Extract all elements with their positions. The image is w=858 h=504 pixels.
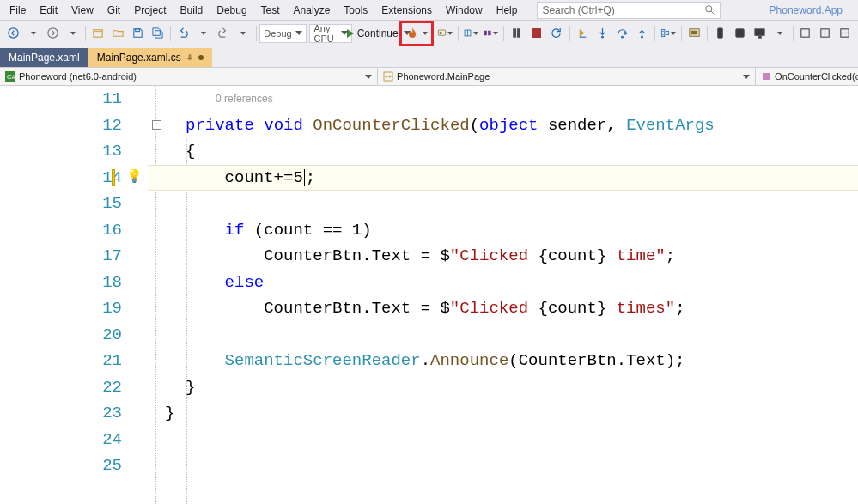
nav-back-chevron[interactable]: [23, 23, 42, 44]
device-chevron[interactable]: [770, 23, 789, 44]
continue-button[interactable]: Continue: [359, 23, 398, 44]
breadcrumb-namespace-label: Phoneword.MainPage: [397, 71, 490, 82]
show-next-statement-button[interactable]: [573, 23, 592, 44]
breadcrumb-namespace[interactable]: Phoneword.MainPage: [378, 68, 756, 85]
menu-debug[interactable]: Debug: [210, 2, 253, 19]
menu-build[interactable]: Build: [174, 2, 210, 19]
layout-split-v-button[interactable]: [836, 23, 855, 44]
code-line[interactable]: CounterBtn.Text = $"Clicked {count} time…: [186, 295, 858, 322]
chevron-down-icon: [365, 75, 372, 79]
code-line[interactable]: [186, 427, 858, 453]
search-placeholder: Search (Ctrl+Q): [542, 4, 704, 16]
open-button[interactable]: [108, 23, 127, 44]
nav-back-button[interactable]: [3, 23, 22, 44]
menu-analyze[interactable]: Analyze: [288, 2, 337, 19]
code-line[interactable]: [186, 191, 858, 217]
menu-file[interactable]: File: [3, 2, 32, 19]
lightbulb-icon[interactable]: 💡: [126, 165, 143, 191]
code-line[interactable]: [186, 322, 858, 349]
codelens-references[interactable]: 0 references: [216, 86, 273, 112]
menu-window[interactable]: Window: [440, 2, 489, 19]
line-number: 16: [102, 217, 122, 244]
solution-platform-dropdown[interactable]: Any CPU: [309, 24, 352, 43]
step-out-button[interactable]: [632, 23, 651, 44]
stackframe-button[interactable]: [481, 23, 500, 44]
code-line[interactable]: if (count == 1): [186, 217, 858, 244]
code-line[interactable]: SemanticScreenReader.Announce(CounterBtn…: [186, 348, 858, 374]
code-editor[interactable]: 11 12− 13 14💡 15 16 17 18 19 20 21 22 23…: [0, 86, 858, 504]
svg-rect-24: [801, 29, 809, 37]
solution-config-dropdown[interactable]: Debug: [259, 24, 306, 43]
breadcrumb-member[interactable]: OnCounterClicked(ob: [756, 68, 858, 85]
toolbar: Debug Any CPU Continue: [0, 21, 858, 46]
breadcrumb-project[interactable]: C# Phoneword (net6.0-android): [0, 68, 378, 85]
nav-fwd-chevron[interactable]: [63, 23, 82, 44]
device-tablet-button[interactable]: [731, 23, 750, 44]
process-dropdown-button[interactable]: [435, 23, 454, 44]
breadcrumb-project-label: Phoneword (net6.0-android): [19, 71, 137, 82]
restart-button[interactable]: [547, 23, 566, 44]
redo-button[interactable]: [214, 23, 233, 44]
code-column[interactable]: 0 references private void OnCounterClick…: [148, 86, 858, 504]
stop-icon: [532, 28, 541, 38]
code-line[interactable]: {: [186, 138, 858, 165]
redo-chevron[interactable]: [234, 23, 253, 44]
nav-forward-button[interactable]: [43, 23, 62, 44]
code-line[interactable]: private void OnCounterClicked(object sen…: [186, 112, 858, 139]
layout-split-h-button[interactable]: [816, 23, 835, 44]
line-number: 11: [102, 86, 122, 112]
menu-edit[interactable]: Edit: [33, 2, 64, 19]
line-number: 21: [102, 348, 122, 374]
xaml-live-preview-button[interactable]: [685, 23, 703, 44]
svg-rect-7: [440, 32, 442, 34]
tab-label: MainPage.xaml.cs: [97, 52, 181, 64]
menu-project[interactable]: Project: [128, 2, 172, 19]
device-phone-button[interactable]: [711, 23, 730, 44]
line-number: 20: [102, 322, 122, 349]
code-line[interactable]: [186, 452, 858, 479]
line-number: 18: [102, 270, 122, 296]
hot-reload-highlighted: [399, 21, 434, 46]
layout-single-button[interactable]: [796, 23, 815, 44]
step-over-button[interactable]: [612, 23, 631, 44]
line-number: 22: [102, 374, 122, 401]
search-box[interactable]: Search (Ctrl+Q): [537, 2, 721, 19]
live-visual-tree-button[interactable]: [659, 23, 678, 44]
thread-dropdown-button[interactable]: [461, 23, 480, 44]
undo-chevron[interactable]: [194, 23, 213, 44]
continue-label: Continue: [357, 27, 399, 39]
menu-help[interactable]: Help: [490, 2, 524, 19]
code-line-active[interactable]: count+=5;: [148, 165, 858, 191]
save-button[interactable]: [128, 23, 147, 44]
menu-git[interactable]: Git: [101, 2, 126, 19]
line-number: 15: [102, 191, 122, 217]
code-line[interactable]: }: [186, 374, 858, 401]
tab-mainpage-xaml[interactable]: MainPage.xaml: [0, 48, 88, 67]
undo-button[interactable]: [174, 23, 193, 44]
code-line[interactable]: }: [165, 400, 858, 427]
code-line[interactable]: CounterBtn.Text = $"Clicked {count} time…: [186, 243, 858, 270]
svg-point-31: [389, 76, 392, 78]
menu-tools[interactable]: Tools: [338, 2, 374, 19]
new-project-button[interactable]: [88, 23, 107, 44]
svg-rect-17: [666, 31, 668, 34]
code-line[interactable]: else: [186, 270, 858, 296]
code-line[interactable]: 0 references: [186, 86, 858, 112]
menu-test[interactable]: Test: [255, 2, 286, 19]
search-icon: [704, 4, 715, 15]
break-all-button[interactable]: [508, 23, 526, 44]
class-icon: [383, 71, 393, 82]
menu-extensions[interactable]: Extensions: [375, 2, 438, 19]
stop-debug-button[interactable]: [527, 23, 546, 44]
step-into-button[interactable]: [593, 23, 612, 44]
svg-text:C#: C#: [7, 73, 15, 81]
menu-view[interactable]: View: [65, 2, 100, 19]
tab-mainpage-xaml-cs[interactable]: MainPage.xaml.cs: [88, 48, 212, 67]
save-all-button[interactable]: [148, 23, 167, 44]
hot-reload-button[interactable]: [404, 23, 429, 44]
svg-rect-10: [489, 31, 491, 36]
device-desktop-button[interactable]: [751, 23, 770, 44]
document-tabs: MainPage.xaml MainPage.xaml.cs: [0, 46, 858, 67]
breadcrumb-member-label: OnCounterClicked(ob: [775, 71, 858, 82]
svg-rect-23: [758, 36, 762, 38]
